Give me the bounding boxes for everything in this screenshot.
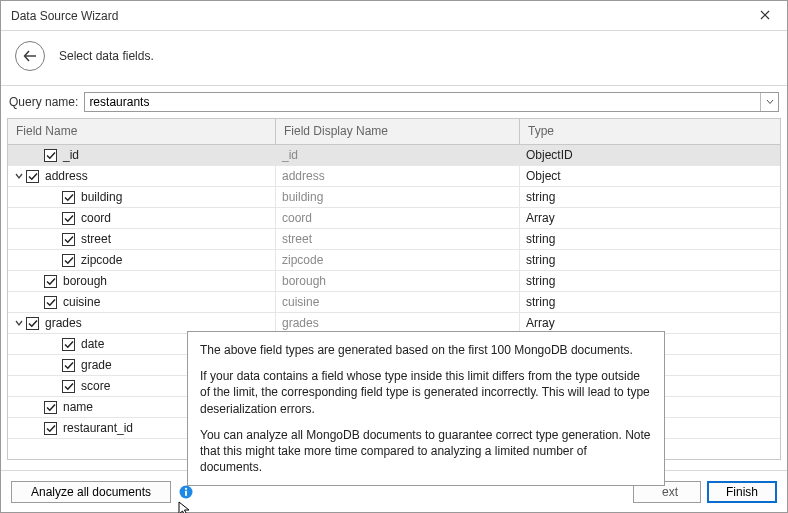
expander-placeholder: [32, 423, 42, 433]
table-row[interactable]: addressaddressObject: [8, 166, 780, 187]
field-name-cell: street: [8, 229, 276, 249]
expander-placeholder: [50, 381, 60, 391]
field-checkbox[interactable]: [26, 170, 39, 183]
field-name: grade: [81, 358, 112, 372]
field-name: name: [63, 400, 93, 414]
field-type-cell: string: [520, 229, 780, 249]
table-row[interactable]: buildingbuildingstring: [8, 187, 780, 208]
combo-arrow-icon[interactable]: [760, 93, 778, 111]
finish-button[interactable]: Finish: [707, 481, 777, 503]
field-display-cell: building: [276, 187, 520, 207]
svg-point-4: [185, 487, 187, 489]
field-name: _id: [63, 148, 79, 162]
tooltip-para-3: You can analyze all MongoDB documents to…: [200, 427, 652, 476]
field-name: street: [81, 232, 111, 246]
field-name: date: [81, 337, 104, 351]
field-name-cell: cuisine: [8, 292, 276, 312]
svg-marker-6: [179, 502, 189, 513]
field-name: address: [45, 169, 88, 183]
expander-icon[interactable]: [14, 318, 24, 328]
field-display-cell: address: [276, 166, 520, 186]
header: Select data fields.: [1, 31, 787, 86]
expander-placeholder: [32, 402, 42, 412]
field-checkbox[interactable]: [62, 254, 75, 267]
field-display-cell: borough: [276, 271, 520, 291]
expander-icon[interactable]: [14, 171, 24, 181]
field-type-cell: Array: [520, 208, 780, 228]
field-type-cell: string: [520, 292, 780, 312]
expander-placeholder: [50, 360, 60, 370]
field-checkbox[interactable]: [62, 233, 75, 246]
tooltip-para-2: If your data contains a field whose type…: [200, 368, 652, 417]
titlebar: Data Source Wizard: [1, 1, 787, 31]
field-checkbox[interactable]: [62, 380, 75, 393]
expander-placeholder: [32, 150, 42, 160]
field-name: restaurant_id: [63, 421, 133, 435]
back-button[interactable]: [15, 41, 45, 71]
footer: Analyze all documents The above field ty…: [1, 470, 787, 512]
expander-placeholder: [32, 297, 42, 307]
field-checkbox[interactable]: [62, 338, 75, 351]
field-name-cell: building: [8, 187, 276, 207]
column-field-display[interactable]: Field Display Name: [276, 119, 520, 144]
expander-placeholder: [50, 234, 60, 244]
field-display-cell: cuisine: [276, 292, 520, 312]
table-row[interactable]: zipcodezipcodestring: [8, 250, 780, 271]
query-name-label: Query name:: [9, 95, 78, 109]
field-name-cell: _id: [8, 145, 276, 165]
field-name: coord: [81, 211, 111, 225]
tooltip-para-1: The above field types are generated base…: [200, 342, 652, 358]
query-name-combo[interactable]: [84, 92, 779, 112]
grid-header: Field Name Field Display Name Type: [8, 119, 780, 145]
table-row[interactable]: _id_idObjectID: [8, 145, 780, 166]
field-checkbox[interactable]: [26, 317, 39, 330]
svg-rect-5: [185, 490, 187, 495]
wizard-window: Data Source Wizard Select data fields. Q…: [0, 0, 788, 513]
query-name-row: Query name:: [1, 86, 787, 118]
column-type[interactable]: Type: [520, 119, 780, 144]
table-row[interactable]: coordcoordArray: [8, 208, 780, 229]
page-subtitle: Select data fields.: [59, 49, 154, 63]
field-checkbox[interactable]: [62, 359, 75, 372]
field-checkbox[interactable]: [62, 212, 75, 225]
field-display-cell: grades: [276, 313, 520, 333]
field-name: score: [81, 379, 110, 393]
expander-placeholder: [32, 276, 42, 286]
field-checkbox[interactable]: [44, 275, 57, 288]
info-icon[interactable]: [179, 485, 193, 499]
field-name-cell: coord: [8, 208, 276, 228]
field-name-cell: zipcode: [8, 250, 276, 270]
field-name: zipcode: [81, 253, 122, 267]
field-display-cell: coord: [276, 208, 520, 228]
field-name-cell: address: [8, 166, 276, 186]
window-title: Data Source Wizard: [11, 9, 753, 23]
field-name: borough: [63, 274, 107, 288]
field-type-cell: string: [520, 187, 780, 207]
field-display-cell: street: [276, 229, 520, 249]
analyze-all-button[interactable]: Analyze all documents: [11, 481, 171, 503]
field-checkbox[interactable]: [62, 191, 75, 204]
info-tooltip: The above field types are generated base…: [187, 331, 665, 486]
field-type-cell: Array: [520, 313, 780, 333]
field-type-cell: Object: [520, 166, 780, 186]
field-name: building: [81, 190, 122, 204]
expander-placeholder: [50, 339, 60, 349]
query-name-input[interactable]: [85, 93, 760, 111]
field-name-cell: borough: [8, 271, 276, 291]
field-checkbox[interactable]: [44, 296, 57, 309]
field-checkbox[interactable]: [44, 422, 57, 435]
field-checkbox[interactable]: [44, 149, 57, 162]
field-display-cell: zipcode: [276, 250, 520, 270]
field-checkbox[interactable]: [44, 401, 57, 414]
close-button[interactable]: [753, 9, 777, 23]
cursor-icon: [177, 500, 195, 513]
table-row[interactable]: cuisinecuisinestring: [8, 292, 780, 313]
table-row[interactable]: streetstreetstring: [8, 229, 780, 250]
expander-placeholder: [50, 255, 60, 265]
expander-placeholder: [50, 192, 60, 202]
table-row[interactable]: boroughboroughstring: [8, 271, 780, 292]
field-type-cell: string: [520, 250, 780, 270]
field-name-cell: grades: [8, 313, 276, 333]
field-display-cell: _id: [276, 145, 520, 165]
column-field-name[interactable]: Field Name: [8, 119, 276, 144]
